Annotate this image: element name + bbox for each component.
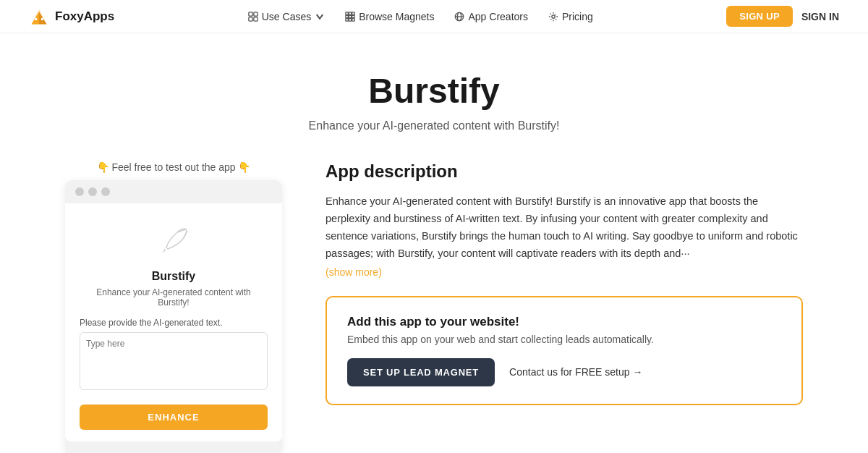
lead-magnet-button[interactable]: SET UP LEAD MAGNET: [347, 358, 495, 386]
svg-rect-13: [349, 15, 352, 18]
cta-box: Add this app to your website! Embed this…: [326, 296, 803, 405]
apps-icon: [345, 12, 355, 22]
svg-rect-16: [349, 18, 352, 21]
navbar: FoxyApps Use Cases: [0, 0, 868, 33]
app-preview-name: Burstify: [80, 270, 268, 283]
settings-icon: [548, 12, 558, 22]
app-preview-desc: Enhance your AI-generated content with B…: [80, 287, 268, 308]
svg-rect-5: [249, 12, 252, 15]
logo-text: FoxyApps: [55, 9, 114, 24]
pricing-label: Pricing: [562, 11, 593, 22]
svg-rect-15: [346, 18, 349, 21]
cta-actions: SET UP LEAD MAGNET Contact us for FREE s…: [347, 358, 781, 386]
window-dot-3: [101, 187, 110, 196]
signup-button[interactable]: SIGN UP: [726, 6, 793, 27]
svg-rect-6: [254, 12, 258, 15]
cta-subtitle: Embed this app on your web and start col…: [347, 334, 781, 345]
browse-magnets-label: Browse Magnets: [359, 11, 434, 22]
description-column: App description Enhance your AI-generate…: [326, 161, 803, 453]
nav-app-creators[interactable]: App Creators: [454, 11, 527, 22]
app-preview-icon: [152, 215, 195, 258]
main-content: 👇 Feel free to test out the app 👇: [36, 161, 832, 453]
svg-point-3: [35, 17, 38, 20]
description-title: App description: [326, 161, 803, 182]
grid-icon: [248, 12, 258, 22]
show-more-link[interactable]: (show more): [326, 266, 382, 278]
svg-rect-9: [346, 12, 349, 14]
window-dot-2: [88, 187, 97, 196]
hero-title: Burstify: [14, 71, 854, 111]
svg-rect-12: [346, 15, 349, 18]
nav-actions: SIGN UP SIGN IN: [726, 6, 839, 27]
hero-subtitle: Enhance your AI-generated content with B…: [14, 119, 854, 132]
nav-links: Use Cases Browse Magnets: [248, 11, 593, 22]
app-window: Burstify Enhance your AI-generated conte…: [65, 180, 282, 453]
svg-rect-7: [249, 17, 252, 20]
enhance-button[interactable]: ENHANCE: [80, 405, 268, 430]
contact-free-link[interactable]: Contact us for FREE setup →: [509, 366, 642, 378]
logo-icon: [29, 7, 49, 27]
window-bar: [65, 180, 282, 203]
window-body: Burstify Enhance your AI-generated conte…: [65, 203, 282, 441]
app-preview-column: 👇 Feel free to test out the app 👇: [65, 161, 282, 453]
nav-use-cases[interactable]: Use Cases: [248, 11, 325, 22]
logo[interactable]: FoxyApps: [29, 7, 114, 27]
app-icon-area: [80, 215, 268, 261]
hero-section: Burstify Enhance your AI-generated conte…: [0, 33, 868, 161]
preview-textarea[interactable]: [80, 332, 268, 390]
svg-point-4: [41, 17, 44, 20]
svg-point-21: [552, 14, 555, 17]
description-text: Enhance your AI-generated content with B…: [326, 193, 803, 263]
input-label: Please provide the AI-generated text.: [80, 318, 268, 328]
svg-rect-14: [352, 15, 355, 18]
svg-rect-8: [254, 17, 258, 20]
svg-rect-17: [352, 18, 355, 21]
use-cases-label: Use Cases: [262, 11, 311, 22]
globe-icon: [454, 12, 464, 22]
cta-title: Add this app to your website!: [347, 315, 781, 329]
window-dot-1: [75, 187, 84, 196]
signin-button[interactable]: SIGN IN: [801, 11, 839, 22]
nav-pricing[interactable]: Pricing: [548, 11, 593, 22]
svg-rect-10: [349, 12, 352, 14]
preview-hint: 👇 Feel free to test out the app 👇: [65, 161, 282, 173]
svg-rect-11: [352, 12, 355, 14]
app-creators-label: App Creators: [468, 11, 527, 22]
chevron-down-icon: [315, 12, 325, 22]
nav-browse-magnets[interactable]: Browse Magnets: [345, 11, 434, 22]
